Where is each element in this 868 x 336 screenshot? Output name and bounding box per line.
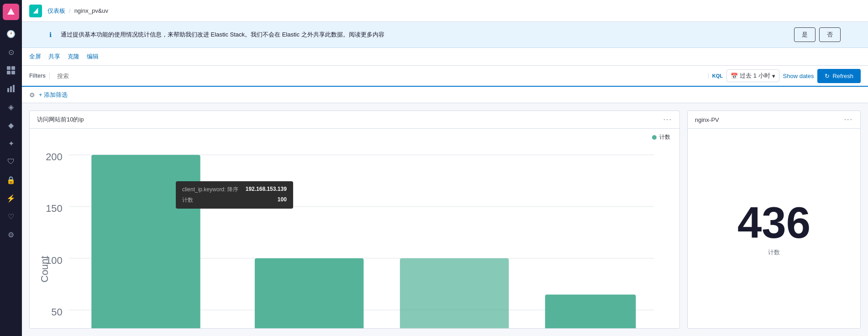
content-area: 访问网站前10的ip ··· 计数 200 150 100 50 0 (22, 103, 868, 336)
panel-left-title: 访问网站前10的ip (37, 116, 84, 124)
bar-chart: 200 150 100 50 0 Count (37, 141, 672, 329)
edit-button[interactable]: 编辑 (87, 51, 99, 63)
show-dates-button[interactable]: Show dates (783, 73, 814, 79)
sidebar-icon-ml[interactable]: ✦ (3, 135, 19, 152)
tooltip-row1-label: client_ip.keyword: 降序 (182, 186, 238, 194)
fullscreen-button[interactable]: 全屏 (29, 51, 41, 63)
time-range-label: 过去 1 小时 (740, 72, 770, 80)
info-icon: ℹ (49, 31, 52, 38)
panel-right-header: nginx-PV ··· (688, 111, 860, 129)
legend-label: 计数 (659, 133, 670, 141)
svg-rect-6 (10, 86, 12, 92)
panel-right: nginx-PV ··· 436 计数 (687, 110, 861, 329)
svg-rect-1 (7, 66, 11, 70)
sidebar-icon-siem[interactable]: 🛡 (3, 153, 19, 170)
banner-buttons: 是 否 (794, 27, 841, 42)
kql-badge[interactable]: KQL (708, 73, 723, 79)
sidebar-icon-settings[interactable]: ⚙ (3, 226, 19, 243)
svg-rect-4 (11, 71, 15, 74)
legend-dot (652, 135, 657, 140)
main-content: 仪表板 / nginx_pv&uv ℹ 通过提供基本功能的使用情况统计信息，来帮… (22, 0, 868, 336)
breadcrumb-current: nginx_pv&uv (74, 7, 108, 14)
topbar: 仪表板 / nginx_pv&uv (22, 0, 868, 22)
panel-left-header: 访问网站前10的ip ··· (30, 111, 679, 129)
add-filter-button[interactable]: + 添加筛选 (39, 91, 68, 99)
panel-left-body: 计数 200 150 100 50 0 Count (30, 129, 679, 329)
settings-icon[interactable]: ⚙ (29, 91, 35, 99)
sidebar-icon-discover[interactable]: ⊙ (3, 44, 19, 60)
kibana-logo (29, 5, 42, 17)
sidebar-icon-maps[interactable]: ◆ (3, 117, 19, 133)
refresh-label: Refresh (832, 73, 853, 79)
panel-left-menu[interactable]: ··· (663, 116, 672, 124)
svg-marker-0 (7, 8, 15, 15)
svg-rect-3 (7, 71, 11, 74)
share-button[interactable]: 共享 (48, 51, 60, 63)
app-logo (3, 4, 19, 20)
svg-rect-2 (11, 66, 15, 70)
chevron-down-icon: ▾ (772, 73, 775, 79)
date-picker[interactable]: 📅 过去 1 小时 ▾ (726, 69, 779, 82)
tooltip-row2-label: 计数 (182, 196, 193, 204)
filter-bar-wrapper: Filters KQL 📅 过去 1 小时 ▾ Show dates ↻ Ref… (22, 66, 868, 87)
banner-yes-button[interactable]: 是 (794, 27, 815, 42)
refresh-icon: ↻ (825, 73, 830, 79)
sidebar: 🕐 ⊙ ◈ ◆ ✦ 🛡 🔒 ⚡ ♡ ⚙ (0, 0, 22, 336)
clone-button[interactable]: 克隆 (68, 51, 79, 63)
filter-row: ⚙ + 添加筛选 (22, 87, 868, 103)
breadcrumb-parent[interactable]: 仪表板 (47, 7, 65, 15)
panel-right-title: nginx-PV (695, 116, 719, 123)
sidebar-icon-uptime[interactable]: ♡ (3, 208, 19, 225)
filters-label: Filters (29, 73, 50, 79)
big-number-label: 计数 (768, 248, 780, 257)
sidebar-icon-security[interactable]: 🔒 (3, 172, 19, 188)
panel-left: 访问网站前10的ip ··· 计数 200 150 100 50 0 (29, 110, 680, 329)
banner-no-button[interactable]: 否 (819, 27, 841, 42)
breadcrumb-separator: / (69, 7, 71, 14)
svg-text:200: 200 (46, 151, 62, 163)
svg-rect-5 (7, 88, 9, 92)
sidebar-icon-lens[interactable]: ◈ (3, 99, 19, 115)
dashboard-toolbar: 全屏 共享 克隆 编辑 (22, 48, 868, 66)
svg-text:150: 150 (46, 203, 62, 215)
svg-text:50: 50 (51, 306, 62, 318)
banner-text: 通过提供基本功能的使用情况统计信息，来帮助我们改进 Elastic Stack。… (61, 31, 787, 39)
svg-rect-7 (13, 85, 15, 92)
usage-banner: ℹ 通过提供基本功能的使用情况统计信息，来帮助我们改进 Elastic Stac… (22, 22, 868, 48)
svg-text:Count: Count (39, 256, 50, 283)
bar-tooltip: client_ip.keyword: 降序 192.168.153.139 计数… (176, 181, 293, 209)
tooltip-row2-value: 100 (278, 196, 287, 204)
panel-right-body: 436 计数 (688, 129, 860, 328)
big-number: 436 (737, 201, 810, 245)
tooltip-row1-value: 192.168.153.139 (246, 186, 287, 194)
bar-3[interactable] (400, 258, 509, 329)
sidebar-icon-dashboard[interactable] (3, 62, 19, 79)
sidebar-icon-apm[interactable]: ⚡ (3, 190, 19, 206)
bar-4[interactable] (545, 294, 636, 329)
search-input[interactable] (53, 73, 705, 79)
sidebar-icon-clock[interactable]: 🕐 (3, 26, 19, 42)
calendar-icon: 📅 (731, 73, 738, 79)
bar-2[interactable] (255, 258, 363, 329)
refresh-button[interactable]: ↻ Refresh (817, 69, 861, 83)
panel-right-menu[interactable]: ··· (844, 116, 853, 124)
breadcrumb: 仪表板 / nginx_pv&uv (47, 7, 108, 15)
sidebar-icon-visualize[interactable] (3, 80, 19, 97)
